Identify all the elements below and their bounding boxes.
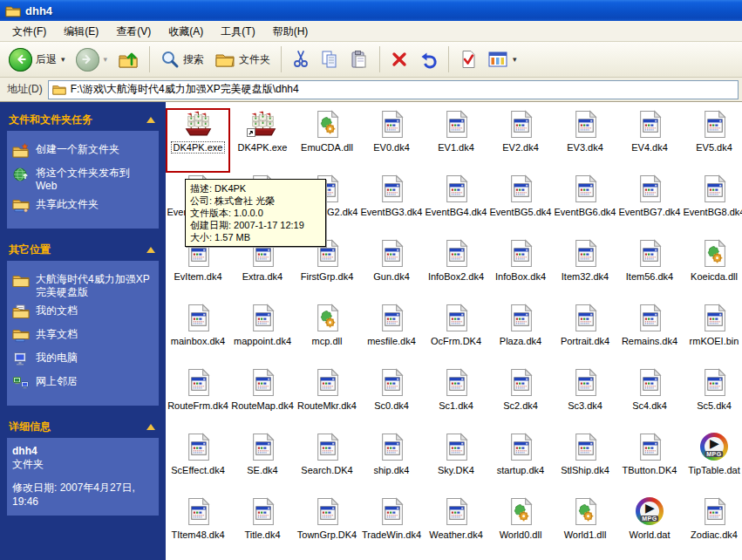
views-dropdown-icon[interactable]: ▾ [513, 55, 517, 64]
file-item[interactable]: Gun.dk4 [359, 237, 424, 302]
file-item[interactable]: mcp.dll [295, 302, 359, 366]
copy-button[interactable] [317, 48, 343, 71]
sidebar-item[interactable]: 创建一个新文件夹 [12, 143, 153, 161]
file-item[interactable]: Remains.dk4 [617, 302, 682, 366]
sidebar-item[interactable]: 共享此文件夹 [12, 198, 153, 216]
folders-icon [214, 50, 235, 69]
file-item[interactable]: EventBG4.dk4 [424, 173, 488, 237]
file-item[interactable]: Plaza.dk4 [488, 302, 553, 366]
file-item[interactable]: ScEffect.dk4 [166, 431, 230, 495]
sync-check-button[interactable] [456, 48, 480, 71]
file-label: FirstGrp.dk4 [299, 271, 356, 282]
sidebar-item[interactable]: 网上邻居 [12, 375, 153, 393]
file-item[interactable]: InfoBox.dk4 [488, 237, 553, 302]
file-item[interactable]: Item32.dk4 [553, 237, 617, 302]
file-item[interactable]: Extra.dk4 [230, 237, 295, 302]
collapse-icon[interactable] [146, 117, 155, 123]
file-item[interactable]: OcFrm.DK4 [424, 302, 488, 366]
forward-button[interactable]: ▾ [72, 46, 112, 73]
file-item[interactable]: World1.dll [553, 495, 617, 560]
file-item[interactable]: Zodiac.dk4 [682, 495, 742, 560]
file-item[interactable]: TownGrp.DK4 [295, 495, 359, 560]
sidebar-item[interactable]: 将这个文件夹发布到 Web [12, 167, 153, 193]
file-item[interactable]: EventBG8.dk4 [682, 173, 742, 237]
menu-item[interactable]: 帮助(H) [264, 22, 317, 41]
file-item[interactable]: startup.dk4 [488, 431, 553, 495]
file-item[interactable]: World0.dll [488, 495, 553, 560]
file-item[interactable]: EV3.dk4 [553, 108, 617, 173]
file-item[interactable]: ▶MPGWorld.dat [617, 495, 682, 560]
file-item[interactable]: EV0.dk4 [359, 108, 424, 173]
file-item[interactable]: Title.dk4 [230, 495, 295, 560]
file-item[interactable]: InfoBox2.dk4 [424, 237, 488, 302]
menu-item[interactable]: 编辑(E) [55, 22, 107, 41]
file-item[interactable]: Sc5.dk4 [682, 366, 742, 431]
file-item[interactable]: Item56.dk4 [617, 237, 682, 302]
menu-item[interactable]: 文件(F) [3, 22, 55, 41]
file-item[interactable]: Sc4.dk4 [617, 366, 682, 431]
file-item[interactable]: ship.dk4 [359, 431, 424, 495]
panel-header-file-tasks[interactable]: 文件和文件夹任务 [7, 111, 159, 131]
search-button[interactable]: 搜索 [157, 48, 208, 71]
file-item[interactable]: TItem48.dk4 [166, 495, 230, 560]
file-item[interactable]: Sky.DK4 [424, 431, 488, 495]
file-item[interactable]: StlShip.dk4 [553, 431, 617, 495]
file-item[interactable]: EmuCDA.dll [295, 108, 359, 173]
menu-item[interactable]: 查看(V) [107, 22, 160, 41]
file-item[interactable]: TButton.DK4 [617, 431, 682, 495]
views-button[interactable]: ▾ [484, 49, 521, 70]
address-input[interactable]: F:\游戏\大航海时代4威力加强XP完美硬盘版\dhh4 [48, 80, 739, 99]
file-item[interactable]: EventBG6.dk4 [553, 173, 617, 237]
dk4-icon [312, 368, 342, 400]
forward-dropdown-icon[interactable]: ▾ [104, 55, 108, 64]
file-item[interactable]: Weather.dk4 [424, 495, 488, 560]
file-item[interactable]: RouteMkr.dk4 [295, 366, 359, 431]
menu-item[interactable]: 收藏(A) [160, 22, 212, 41]
file-item[interactable]: mainbox.dk4 [166, 302, 230, 366]
file-item[interactable]: rmKOEI.bin [682, 302, 742, 366]
file-item[interactable]: EV2.dk4 [488, 108, 553, 173]
file-item[interactable]: EventBG3.dk4 [359, 173, 424, 237]
file-item[interactable]: EV1.dk4 [424, 108, 488, 173]
file-item[interactable]: EventBG7.dk4 [617, 173, 682, 237]
file-item[interactable]: EvItem.dk4 [166, 237, 230, 302]
file-item[interactable]: RouteMap.dk4 [230, 366, 295, 431]
file-item[interactable]: Koeicda.dll [682, 237, 742, 302]
file-item[interactable]: Sc1.dk4 [424, 366, 488, 431]
sidebar-item[interactable]: 我的电脑 [12, 352, 153, 370]
file-item[interactable]: Search.DK4 [295, 431, 359, 495]
cut-button[interactable] [289, 48, 313, 71]
back-button[interactable]: 后退 ▾ [5, 46, 69, 73]
file-item[interactable]: EV4.dk4 [617, 108, 682, 173]
sidebar-item[interactable]: 大航海时代4威力加强XP完美硬盘版 [12, 273, 153, 299]
collapse-icon[interactable] [146, 424, 155, 430]
file-item[interactable]: SE.dk4 [230, 431, 295, 495]
panel-header-details[interactable]: 详细信息 [7, 418, 159, 438]
undo-button[interactable] [415, 48, 441, 71]
up-button[interactable] [114, 47, 142, 72]
dk4-icon [570, 304, 600, 335]
file-item[interactable]: DK4PK.exe [166, 108, 230, 173]
delete-button[interactable] [387, 49, 412, 70]
file-item[interactable]: TradeWin.dk4 [359, 495, 424, 560]
sidebar-item[interactable]: 我的文档 [12, 304, 153, 323]
file-item[interactable]: RouteFrm.dk4 [166, 366, 230, 431]
file-item[interactable]: EventBG5.dk4 [488, 173, 553, 237]
file-item[interactable]: DK4PK.exe [230, 108, 295, 173]
file-item[interactable]: Portrait.dk4 [553, 302, 617, 366]
file-item[interactable]: EV5.dk4 [682, 108, 742, 173]
folders-button[interactable]: 文件夹 [211, 48, 274, 71]
file-item[interactable]: Sc0.dk4 [359, 366, 424, 431]
file-item[interactable]: mesfile.dk4 [359, 302, 424, 366]
menu-item[interactable]: 工具(T) [212, 22, 263, 41]
file-item[interactable]: FirstGrp.dk4 [295, 237, 359, 302]
paste-button[interactable] [346, 48, 372, 71]
file-item[interactable]: Sc3.dk4 [553, 366, 617, 431]
file-item[interactable]: Sc2.dk4 [488, 366, 553, 431]
collapse-icon[interactable] [146, 247, 155, 253]
back-dropdown-icon[interactable]: ▾ [61, 55, 65, 64]
file-item[interactable]: mappoint.dk4 [230, 302, 295, 366]
file-item[interactable]: ▶MPGTipTable.dat [682, 431, 742, 495]
sidebar-item[interactable]: 共享文档 [12, 328, 153, 346]
panel-header-other-places[interactable]: 其它位置 [7, 241, 159, 261]
